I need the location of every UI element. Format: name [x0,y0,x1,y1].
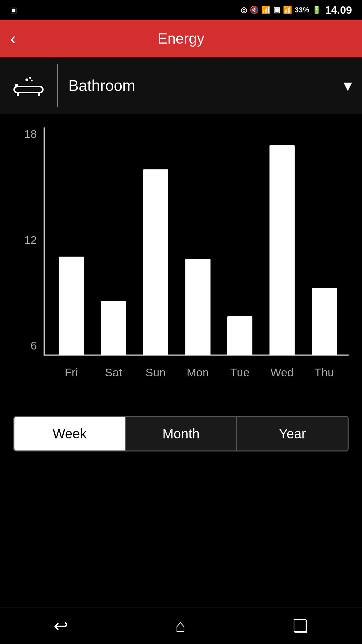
mute-icon: 🔇 [250,6,259,14]
room-selector[interactable]: Bathroom ▾ [0,57,362,114]
tab-year-label: Year [279,426,306,441]
tabs-container: Week Month Year [13,416,349,451]
svg-rect-4 [15,84,18,87]
bar-group-tue [219,316,261,355]
chart-plot: Fri Sat Sun Mon Tue Wed Thu [44,127,349,356]
bar-wed [269,145,295,355]
bars-wrapper [50,127,345,355]
chart-area: 18 12 6 [0,114,362,389]
tab-week[interactable]: Week [14,417,125,450]
signal-icon: 📶 [283,6,292,14]
tab-month[interactable]: Month [125,417,236,450]
back-button[interactable]: ‹ [10,30,16,47]
y-axis-line [44,127,45,356]
top-app-bar: ‹ Energy [0,20,362,57]
bar-group-sun [134,169,177,355]
status-time: 14.09 [325,4,352,16]
x-label-sat: Sat [93,366,135,379]
nav-home-button[interactable]: ⌂ [175,616,186,636]
tab-week-label: Week [53,426,87,441]
circle-icon: ◎ [241,6,247,14]
x-label-mon: Mon [177,366,219,379]
page-title: Energy [158,30,204,47]
status-bar-right: ◎ 🔇 📶 ▣ 📶 33% 🔋 14.09 [241,4,352,16]
x-labels: Fri Sat Sun Mon Tue Wed Thu [50,366,345,379]
y-label-18: 18 [13,127,37,141]
bar-mon [185,259,210,355]
x-label-sun: Sun [134,366,177,379]
time-tabs: Week Month Year [0,406,362,462]
sim-icon: ▣ [273,6,280,14]
y-axis-labels: 18 12 6 [13,127,37,356]
x-label-tue: Tue [219,366,261,379]
dropdown-icon[interactable]: ▾ [344,76,352,95]
bar-group-sat [93,301,135,355]
status-icons: ◎ 🔇 📶 ▣ 📶 33% 🔋 [241,6,321,14]
room-divider [57,64,58,107]
x-label-thu: Thu [303,366,345,379]
svg-rect-1 [15,87,42,92]
bottom-nav: ↩ ⌂ ❏ [0,607,362,644]
bar-sat [101,301,126,355]
bar-fri [59,257,84,355]
svg-point-7 [31,79,33,81]
chart-container: 18 12 6 [13,127,349,382]
nav-back-button[interactable]: ↩ [54,616,68,636]
svg-rect-2 [17,93,19,96]
svg-rect-3 [38,93,40,96]
x-axis-line [44,355,349,356]
tab-year[interactable]: Year [236,417,348,450]
battery-icon: 🔋 [312,6,321,14]
phone-icon: ▣ [10,6,17,14]
bar-sun [143,169,168,355]
svg-point-6 [29,77,31,79]
room-icon [10,70,47,101]
svg-point-5 [25,78,28,81]
bar-group-thu [303,288,345,355]
bar-group-mon [177,259,219,355]
bar-group-wed [261,145,303,355]
wifi-icon: 📶 [261,6,270,14]
nav-recent-button[interactable]: ❏ [293,616,308,636]
x-label-fri: Fri [50,366,93,379]
room-name: Bathroom [68,76,344,95]
status-bar: ▣ ◎ 🔇 📶 ▣ 📶 33% 🔋 14.09 [0,0,362,20]
battery-percent: 33% [295,6,309,14]
y-label-12: 12 [13,233,37,247]
bar-tue [227,316,252,355]
x-label-wed: Wed [261,366,303,379]
status-bar-left: ▣ [10,6,17,14]
y-label-6: 6 [13,339,37,352]
bar-group-fri [50,257,93,355]
tab-month-label: Month [162,426,199,441]
bar-thu [312,288,337,355]
